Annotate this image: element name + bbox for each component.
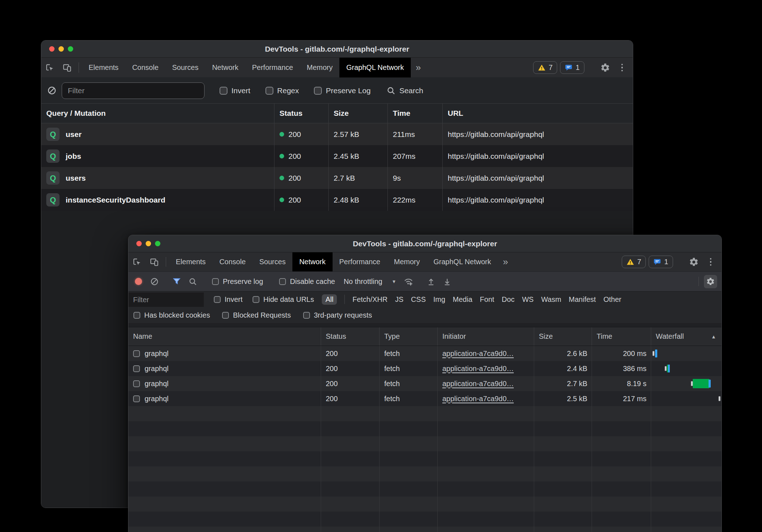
zoom-button[interactable]	[155, 241, 160, 246]
column-header-initiator[interactable]: Initiator	[438, 327, 534, 346]
regex-checkbox[interactable]	[265, 87, 273, 95]
tab-performance[interactable]: Performance	[245, 58, 300, 77]
warnings-badge[interactable]: 7	[622, 256, 646, 268]
tab-console[interactable]: Console	[212, 252, 252, 271]
column-header-size[interactable]: Size	[329, 104, 388, 123]
blocked-requests-checkbox-item[interactable]: Blocked Requests	[222, 311, 291, 319]
inspect-element-icon[interactable]	[128, 252, 146, 271]
filter-type-font[interactable]: Font	[480, 295, 494, 304]
warnings-badge[interactable]: 7	[533, 61, 557, 74]
table-row[interactable]: QinstanceSecurityDashboard 200 2.48 kB 2…	[41, 189, 633, 211]
tab-performance[interactable]: Performance	[333, 252, 387, 271]
table-row[interactable]: Quser 200 2.57 kB 211ms https://gitlab.c…	[41, 123, 633, 145]
preserve-log-checkbox-item[interactable]: Preserve Log	[314, 86, 371, 95]
settings-gear-icon[interactable]	[685, 257, 703, 267]
request-row[interactable]: graphql 200 fetch application-a7ca9d0… 2…	[128, 346, 721, 361]
filter-type-fetch-xhr[interactable]: Fetch/XHR	[352, 295, 387, 304]
tab-sources[interactable]: Sources	[165, 58, 205, 77]
preserve-log-checkbox[interactable]	[314, 87, 322, 95]
throttling-dropdown[interactable]: No throttling ▼	[344, 277, 396, 286]
request-row[interactable]: graphql 200 fetch application-a7ca9d0… 2…	[128, 391, 721, 406]
close-button[interactable]	[49, 46, 55, 52]
blocked-requests-checkbox[interactable]	[222, 312, 229, 319]
column-header-type[interactable]: Type	[380, 327, 438, 346]
row-checkbox[interactable]	[133, 350, 140, 357]
invert-checkbox-item[interactable]: Invert	[220, 86, 250, 95]
disable-cache-checkbox[interactable]	[279, 278, 286, 285]
invert-checkbox[interactable]	[214, 296, 221, 303]
initiator-link[interactable]: application-a7ca9d0…	[442, 365, 514, 373]
column-header-waterfall[interactable]: Waterfall ▲	[651, 327, 721, 346]
request-row[interactable]: graphql 200 fetch application-a7ca9d0… 2…	[128, 361, 721, 376]
column-header-status[interactable]: Status	[321, 327, 380, 346]
invert-checkbox[interactable]	[220, 87, 227, 95]
filter-type-ws[interactable]: WS	[522, 295, 533, 304]
row-checkbox[interactable]	[133, 365, 140, 372]
preserve-log-checkbox[interactable]	[212, 278, 219, 285]
has-blocked-cookies-checkbox[interactable]	[133, 312, 140, 319]
tab-memory[interactable]: Memory	[387, 252, 427, 271]
hide-data-urls-checkbox[interactable]	[253, 296, 259, 303]
filter-type-all[interactable]: All	[322, 294, 337, 305]
filter-type-other[interactable]: Other	[603, 295, 621, 304]
inspect-element-icon[interactable]	[41, 58, 58, 77]
import-har-icon[interactable]	[423, 277, 439, 286]
network-conditions-icon[interactable]	[400, 277, 417, 286]
more-tabs-icon[interactable]: »	[411, 58, 426, 77]
tab-elements[interactable]: Elements	[82, 58, 125, 77]
kebab-menu-icon[interactable]	[706, 258, 716, 266]
table-row[interactable]: Qjobs 200 2.45 kB 207ms https://gitlab.c…	[41, 145, 633, 167]
tab-sources[interactable]: Sources	[253, 252, 292, 271]
messages-badge[interactable]: 1	[560, 61, 584, 74]
hide-data-urls-checkbox-item[interactable]: Hide data URLs	[253, 295, 314, 304]
column-header-name[interactable]: Name	[128, 327, 321, 346]
column-header-query[interactable]: Query / Mutation	[41, 104, 274, 123]
zoom-button[interactable]	[68, 46, 73, 52]
filter-type-css[interactable]: CSS	[411, 295, 426, 304]
search-icon[interactable]	[185, 277, 201, 286]
minimize-button[interactable]	[146, 241, 151, 246]
messages-badge[interactable]: 1	[649, 256, 673, 268]
table-row[interactable]: Qusers 200 2.7 kB 9s https://gitlab.com/…	[41, 167, 633, 189]
third-party-requests-checkbox[interactable]	[303, 312, 310, 319]
tab-network[interactable]: Network	[292, 252, 332, 271]
filter-type-manifest[interactable]: Manifest	[569, 295, 596, 304]
tab-graphql-network[interactable]: GraphQL Network	[339, 58, 410, 77]
filter-type-img[interactable]: Img	[433, 295, 445, 304]
initiator-link[interactable]: application-a7ca9d0…	[442, 380, 514, 388]
device-toolbar-icon[interactable]	[146, 252, 163, 271]
initiator-link[interactable]: application-a7ca9d0…	[442, 350, 514, 358]
close-button[interactable]	[136, 241, 142, 246]
filter-input[interactable]	[128, 296, 204, 304]
filter-type-media[interactable]: Media	[453, 295, 472, 304]
column-header-size[interactable]: Size	[534, 327, 592, 346]
filter-input[interactable]	[62, 82, 204, 99]
request-row[interactable]: graphql 200 fetch application-a7ca9d0… 2…	[128, 376, 721, 391]
record-button[interactable]	[135, 278, 142, 285]
tab-memory[interactable]: Memory	[300, 58, 339, 77]
clear-icon[interactable]	[47, 86, 57, 95]
column-header-time[interactable]: Time	[592, 327, 651, 346]
filter-type-js[interactable]: JS	[395, 295, 403, 304]
network-settings-gear-icon[interactable]	[704, 275, 717, 288]
third-party-requests-checkbox-item[interactable]: 3rd-party requests	[303, 311, 372, 319]
clear-icon[interactable]	[146, 277, 163, 286]
titlebar[interactable]: DevTools - gitlab.com/-/graphql-explorer	[41, 41, 633, 58]
export-har-icon[interactable]	[439, 277, 455, 286]
filter-funnel-icon[interactable]	[169, 277, 185, 286]
settings-gear-icon[interactable]	[596, 63, 614, 73]
invert-checkbox-item[interactable]: Invert	[214, 295, 243, 304]
preserve-log-checkbox-item[interactable]: Preserve log	[212, 277, 263, 286]
regex-checkbox-item[interactable]: Regex	[265, 86, 299, 95]
tab-elements[interactable]: Elements	[169, 252, 212, 271]
tab-graphql-network[interactable]: GraphQL Network	[427, 252, 498, 271]
has-blocked-cookies-checkbox-item[interactable]: Has blocked cookies	[133, 311, 210, 319]
search-control[interactable]: Search	[386, 86, 423, 95]
filter-type-wasm[interactable]: Wasm	[541, 295, 561, 304]
disable-cache-checkbox-item[interactable]: Disable cache	[279, 277, 335, 286]
tab-console[interactable]: Console	[125, 58, 165, 77]
more-tabs-icon[interactable]: »	[498, 252, 513, 271]
row-checkbox[interactable]	[133, 380, 140, 387]
tab-network[interactable]: Network	[205, 58, 245, 77]
column-header-time[interactable]: Time	[388, 104, 443, 123]
